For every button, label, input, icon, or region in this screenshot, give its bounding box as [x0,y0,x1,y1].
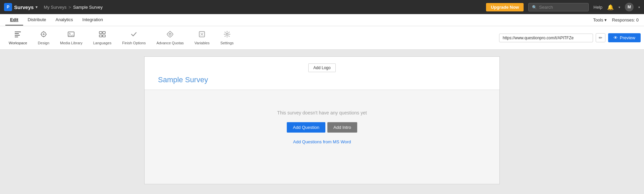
design-label: Design [38,41,49,45]
edit-url-button[interactable]: ✏ [596,33,605,42]
preview-label: Preview [620,35,635,40]
brand-dropdown-caret[interactable]: ▾ [36,5,38,9]
eye-icon: 👁 [613,35,618,40]
brand-name: Surveys [14,4,34,10]
toolbar-workspace[interactable]: Workspace [3,28,33,48]
survey-container: Add Logo Sample Survey This survey doesn… [144,56,500,184]
bell-caret[interactable]: ▾ [619,5,620,9]
svg-rect-13 [103,32,105,34]
svg-point-16 [169,33,171,35]
toolbar-variables[interactable]: Variables [189,28,215,48]
pencil-icon: ✏ [599,35,602,40]
tab-distribute[interactable]: Distribute [23,14,51,26]
bell-icon[interactable]: 🔔 [607,4,614,10]
svg-rect-2 [15,35,20,36]
finish-options-icon [130,31,138,40]
add-logo-button[interactable]: Add Logo [308,63,335,72]
tab-analytics[interactable]: Analytics [51,14,77,26]
toolbar-advance-quotas[interactable]: Advance Quotas [151,28,189,48]
breadcrumb-my-surveys[interactable]: My Surveys [44,5,66,10]
settings-icon [223,31,231,40]
workspace-icon [14,31,21,40]
search-box[interactable] [528,3,589,11]
empty-message: This survey doesn't have any questions y… [277,110,367,115]
preview-button[interactable]: 👁 Preview [608,33,641,42]
toolbar-languages[interactable]: Languages [88,28,117,48]
settings-label: Settings [220,41,234,45]
top-nav-right: Upgrade Now Help 🔔 ▾ M ▾ [486,3,640,11]
media-library-label: Media Library [60,41,83,45]
user-caret[interactable]: ▾ [638,5,640,9]
brand[interactable]: P Surveys ▾ [4,3,38,11]
toolbar-settings[interactable]: Settings [215,28,239,48]
svg-rect-0 [15,32,21,32]
tools-caret: ▾ [604,17,607,22]
workspace-label: Workspace [9,41,27,45]
add-question-button[interactable]: Add Question [287,122,325,133]
search-input[interactable] [539,5,585,10]
breadcrumb-separator: > [68,5,71,10]
search-icon [532,5,537,10]
languages-label: Languages [93,41,111,45]
responses-count: Responses: 0 [612,17,639,22]
svg-rect-3 [15,37,18,37]
tab-integration[interactable]: Integration [78,14,108,26]
toolbar-right: https://www.questionpro.com/t/APITFZe ✏ … [499,33,641,42]
variables-icon [198,31,206,40]
brand-icon: P [4,3,12,11]
sec-nav-right: Tools ▾ Responses: 0 [593,17,639,22]
tools-button[interactable]: Tools ▾ [593,17,606,22]
action-buttons: Add Question Add Intro [287,122,357,133]
breadcrumb: My Surveys > Sample Survey [44,5,103,10]
breadcrumb-current: Sample Survey [73,5,103,10]
top-navigation: P Surveys ▾ My Surveys > Sample Survey U… [0,0,644,14]
toolbar-finish-options[interactable]: Finish Options [117,28,151,48]
svg-rect-14 [99,35,102,37]
advance-quotas-icon [166,31,174,40]
tab-edit[interactable]: Edit [5,14,23,26]
survey-title: Sample Survey [155,76,208,84]
languages-icon [99,31,106,40]
design-icon [40,31,47,40]
svg-rect-12 [99,32,102,34]
survey-header: Add Logo Sample Survey [145,57,499,90]
variables-label: Variables [195,41,210,45]
add-from-ms-word-link[interactable]: Add Questions from MS Word [293,139,351,144]
user-avatar[interactable]: M [625,3,634,11]
svg-point-20 [226,33,228,35]
main-content: Add Logo Sample Survey This survey doesn… [0,50,644,194]
toolbar-design[interactable]: Design [33,28,55,48]
upgrade-button[interactable]: Upgrade Now [486,3,524,11]
add-intro-button[interactable]: Add Intro [327,122,357,133]
toolbar: Workspace Design Media Library [0,26,644,50]
svg-rect-1 [15,33,19,34]
svg-rect-15 [103,35,105,37]
help-link[interactable]: Help [593,5,602,10]
survey-body: This survey doesn't have any questions y… [145,90,499,184]
secondary-navigation: Edit Distribute Analytics Integration To… [0,14,644,26]
survey-url: https://www.questionpro.com/t/APITFZe [499,34,593,42]
toolbar-media-library[interactable]: Media Library [55,28,88,48]
media-library-icon [67,31,75,40]
tools-label: Tools [593,17,603,22]
svg-point-5 [43,33,45,35]
advance-quotas-label: Advance Quotas [156,41,183,45]
finish-options-label: Finish Options [122,41,146,45]
svg-point-11 [69,33,70,34]
